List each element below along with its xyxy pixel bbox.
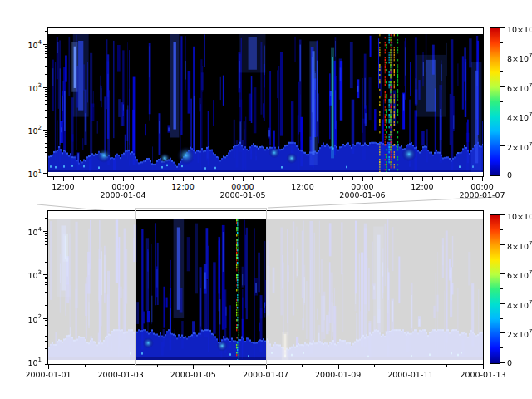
x-tick-label: 12:00: [52, 182, 74, 191]
y-minor-tick: [45, 104, 47, 105]
y-minor-tick: [45, 66, 47, 67]
y-minor-tick: [45, 117, 47, 118]
x-minor-tick: [223, 177, 224, 180]
y-minor-tick: [45, 218, 47, 219]
x-minor-tick: [302, 365, 303, 367]
x-tick-label: 12:00: [291, 182, 313, 191]
y-minor-tick: [45, 134, 47, 135]
y-minor-tick: [45, 100, 47, 101]
colorbar-tick-label: 10×107: [507, 23, 532, 34]
colorbar-tick-label: 10×107: [507, 210, 532, 221]
x-date-label: 2000-01-07: [459, 190, 505, 200]
y-minor-tick: [45, 298, 47, 298]
y-minor-tick: [45, 364, 47, 365]
x-major-tick: [266, 365, 267, 369]
colorbar-major-tick: [500, 27, 505, 28]
x-tick-label: 2000-01-07: [243, 370, 288, 379]
x-minor-tick: [93, 177, 94, 180]
x-tick-label: 2000-01-03: [98, 370, 144, 379]
x-minor-tick: [283, 177, 283, 180]
x-minor-tick: [253, 177, 254, 180]
x-minor-tick: [203, 177, 204, 180]
y-minor-tick: [45, 262, 47, 263]
y-minor-tick: [45, 46, 47, 47]
x-tick-label: 2000-01-09: [315, 370, 361, 379]
colorbar-tick-label: 2×107: [507, 141, 532, 152]
x-major-tick: [193, 365, 194, 369]
y-minor-tick: [45, 277, 47, 278]
x-minor-tick: [193, 177, 194, 180]
colorbar-major-tick: [500, 244, 505, 245]
x-major-tick: [121, 365, 121, 369]
x-minor-tick: [85, 365, 86, 367]
y-minor-tick: [45, 348, 47, 349]
y-minor-tick: [45, 143, 47, 144]
x-minor-tick: [442, 177, 443, 180]
colorbar-major-tick: [500, 362, 505, 363]
y-tick-label: 104: [8, 39, 42, 50]
x-major-tick: [422, 177, 423, 181]
x-minor-tick: [273, 177, 273, 180]
y-minor-tick: [45, 235, 47, 236]
y-minor-tick: [45, 132, 47, 133]
colorbar-major-tick: [500, 332, 505, 333]
colorbar-major-tick: [500, 175, 505, 175]
x-minor-tick: [382, 177, 383, 180]
y-minor-tick: [45, 53, 47, 54]
y-minor-tick: [45, 238, 47, 239]
y-minor-tick: [45, 74, 47, 75]
x-major-tick: [483, 365, 484, 369]
y-minor-tick: [45, 332, 47, 332]
y-minor-tick: [45, 89, 47, 90]
x-major-tick: [183, 177, 184, 181]
y-minor-tick: [45, 175, 47, 175]
y-minor-tick: [45, 233, 47, 234]
colorbar-major-tick: [500, 116, 505, 116]
y-minor-tick: [45, 328, 47, 328]
selection-box[interactable]: [135, 208, 267, 366]
x-tick-label: 12:00: [411, 182, 433, 191]
colorbar-major-tick: [500, 57, 505, 57]
colorbar-tick-label: 2×107: [507, 328, 532, 339]
x-minor-tick: [462, 177, 463, 180]
x-minor-tick: [402, 177, 403, 180]
colorbar-major-tick: [500, 303, 505, 304]
y-minor-tick: [45, 284, 47, 285]
x-minor-tick: [103, 177, 104, 180]
y-major-tick: [43, 231, 47, 232]
y-major-tick: [43, 87, 47, 88]
y-minor-tick: [45, 152, 47, 153]
colorbar-minor-tick: [500, 71, 503, 72]
y-minor-tick: [45, 292, 47, 293]
colorbar-tick-label: 0: [507, 358, 512, 367]
y-minor-tick: [45, 254, 47, 254]
x-minor-tick: [446, 365, 447, 367]
y-minor-tick: [45, 62, 47, 62]
y-minor-tick: [45, 288, 47, 288]
figure: 12:0000:002000-01-0412:0000:002000-01-05…: [0, 0, 532, 399]
y-tick-label: 103: [8, 82, 42, 93]
top-spectrogram-canvas[interactable]: [48, 34, 483, 172]
colorbar-major-tick: [500, 273, 505, 274]
x-tick-label: 2000-01-11: [387, 370, 433, 379]
y-major-tick: [43, 318, 47, 319]
colorbar-minor-tick: [500, 42, 503, 43]
x-minor-tick: [133, 177, 134, 180]
top-spectrogram-panel[interactable]: [47, 27, 484, 177]
x-minor-tick: [392, 177, 393, 180]
y-tick-label: 101: [8, 168, 42, 179]
x-minor-tick: [157, 365, 158, 367]
x-minor-tick: [313, 177, 313, 180]
colorbar-tick-label: 6×107: [507, 82, 532, 93]
y-major-tick: [43, 130, 47, 131]
y-major-tick: [43, 44, 47, 45]
x-major-tick: [243, 177, 244, 181]
colorbar-minor-tick: [500, 131, 503, 131]
colorbar-top: [490, 27, 500, 176]
y-minor-tick: [45, 96, 47, 97]
x-minor-tick: [83, 177, 84, 180]
x-minor-tick: [143, 177, 144, 180]
colorbar-major-tick: [500, 86, 505, 87]
y-minor-tick: [45, 305, 47, 306]
colorbar-tick-label: 4×107: [507, 299, 532, 310]
